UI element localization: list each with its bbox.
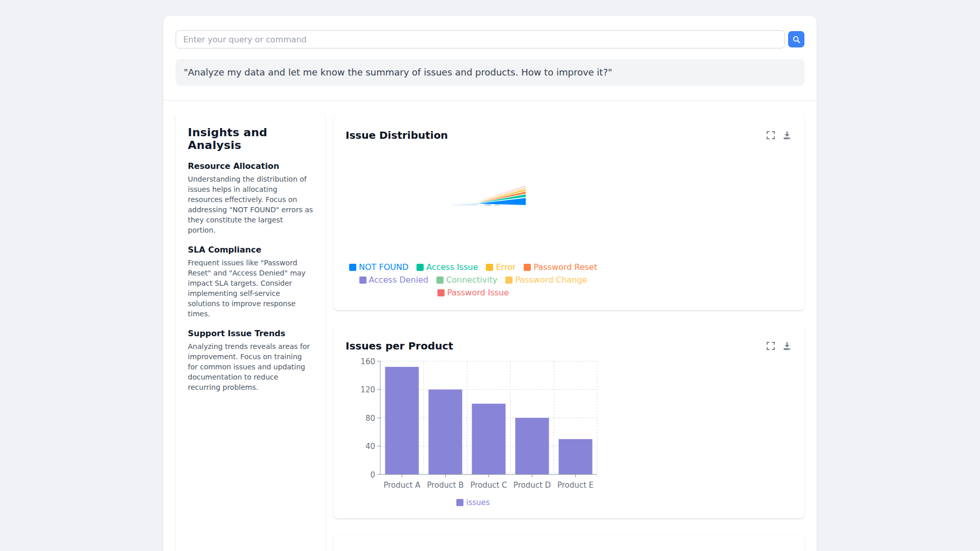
bar-product-c	[472, 404, 506, 474]
x-tick-label: Product B	[427, 481, 463, 490]
legend-item-password-change[interactable]: Password Change	[505, 273, 587, 286]
card-title: Issue Distribution	[346, 129, 448, 142]
legend-item-access-denied[interactable]: Access Denied	[359, 273, 429, 286]
legend-label: Connectivity	[446, 273, 497, 286]
bar-product-e	[559, 439, 593, 474]
legend-item-password-issue[interactable]: Password Issue	[437, 286, 509, 299]
x-tick-label: Product A	[384, 481, 421, 490]
charts-column: Issue Distribution	[333, 114, 804, 551]
pie-legend: NOT FOUNDAccess IssueErrorPassword Reset…	[346, 261, 601, 299]
legend-swatch	[524, 264, 531, 271]
pie-legend-row: Access DeniedConnectivityPassword Change	[346, 273, 601, 286]
x-tick-label: Product E	[557, 481, 594, 490]
bar-chart: 04080120160Product AProduct BProduct CPr…	[346, 358, 601, 495]
legend-swatch	[349, 264, 356, 271]
y-tick-label: 120	[360, 385, 375, 394]
card-title: Issues per Product	[346, 339, 453, 353]
search-bar	[176, 30, 804, 48]
legend-label: NOT FOUND	[359, 261, 408, 273]
legend-swatch	[437, 289, 445, 296]
insight-section-body: Understanding the distribution of issues…	[188, 174, 313, 235]
content-area: Insights and Analysis Resource Allocatio…	[163, 101, 817, 551]
legend-item-access-issue[interactable]: Access Issue	[416, 261, 478, 273]
bar-chart-area: 04080120160Product AProduct BProduct CPr…	[346, 358, 601, 507]
legend-item-error[interactable]: Error	[486, 261, 516, 273]
bar-chart-legend: issues	[346, 498, 601, 507]
insight-section-body: Frequent issues like "Password Reset" an…	[188, 258, 313, 319]
legend-label: Password Change	[515, 273, 587, 286]
legend-swatch	[416, 264, 424, 271]
legend-label: Access Issue	[426, 261, 478, 273]
insight-section-sla-compliance: SLA Compliance Frequent issues like "Pas…	[188, 245, 313, 319]
insights-panel: Insights and Analysis Resource Allocatio…	[176, 114, 325, 551]
legend-swatch	[359, 277, 366, 284]
y-tick-label: 160	[360, 358, 375, 366]
bar-product-d	[516, 418, 549, 474]
legend-swatch	[436, 277, 444, 284]
legend-label-issues[interactable]: issues	[466, 498, 489, 507]
pie-legend-row: Password Issue	[346, 286, 601, 299]
insight-section-title: Support Issue Trends	[188, 329, 313, 338]
insight-section-body: Analyzing trends reveals areas for impro…	[188, 341, 313, 392]
insight-section-title: Resource Allocation	[188, 161, 313, 171]
search-input[interactable]	[176, 30, 785, 48]
bar-product-a	[385, 367, 419, 474]
insight-section-title: SLA Compliance	[188, 245, 313, 255]
y-tick-label: 80	[365, 414, 375, 423]
card-header: Issues per Product	[346, 339, 792, 353]
pie-chart-collapsed	[346, 147, 601, 255]
download-icon	[782, 130, 792, 140]
query-section: "Analyze my data and let me know the sum…	[163, 16, 817, 86]
card-actions	[766, 130, 792, 140]
x-tick-label: Product C	[470, 481, 507, 490]
main-app-card: "Analyze my data and let me know the sum…	[163, 16, 817, 551]
legend-label: Password Reset	[533, 261, 597, 273]
legend-item-not-found[interactable]: NOT FOUND	[349, 261, 408, 273]
query-echo-text: "Analyze my data and let me know the sum…	[176, 59, 804, 86]
legend-swatch	[456, 499, 463, 506]
search-button[interactable]	[788, 31, 804, 47]
download-button[interactable]	[782, 341, 792, 351]
bar-product-b	[429, 390, 462, 475]
legend-label: Error	[496, 261, 516, 273]
download-button[interactable]	[782, 130, 792, 140]
pie-chart-area: NOT FOUNDAccess IssueErrorPassword Reset…	[346, 147, 601, 299]
x-tick-label: Product D	[513, 481, 551, 490]
pie-legend-row: NOT FOUNDAccess IssueErrorPassword Reset	[346, 261, 601, 273]
legend-swatch	[505, 277, 512, 284]
legend-swatch	[486, 264, 493, 271]
y-tick-label: 0	[370, 470, 375, 480]
legend-label: Access Denied	[369, 273, 429, 286]
legend-label: Password Issue	[447, 286, 509, 299]
insight-section-resource-allocation: Resource Allocation Understanding the di…	[188, 161, 313, 235]
expand-button[interactable]	[766, 130, 776, 140]
legend-item-password-reset[interactable]: Password Reset	[524, 261, 597, 273]
issues-per-product-card: Issues per Product	[333, 327, 804, 518]
magnifier-icon	[792, 35, 801, 44]
insights-panel-title: Insights and Analysis	[188, 126, 313, 152]
issue-distribution-card: Issue Distribution	[333, 116, 804, 310]
expand-button[interactable]	[766, 341, 776, 351]
legend-item-connectivity[interactable]: Connectivity	[436, 273, 497, 286]
next-card-partial	[333, 535, 804, 551]
download-icon	[782, 341, 792, 351]
y-tick-label: 40	[365, 442, 375, 451]
card-header: Issue Distribution	[346, 129, 792, 142]
card-actions	[766, 341, 792, 351]
fullscreen-expand-icon	[766, 130, 776, 140]
insight-section-support-issue-trends: Support Issue Trends Analyzing trends re…	[188, 329, 313, 392]
fullscreen-expand-icon	[766, 341, 776, 351]
